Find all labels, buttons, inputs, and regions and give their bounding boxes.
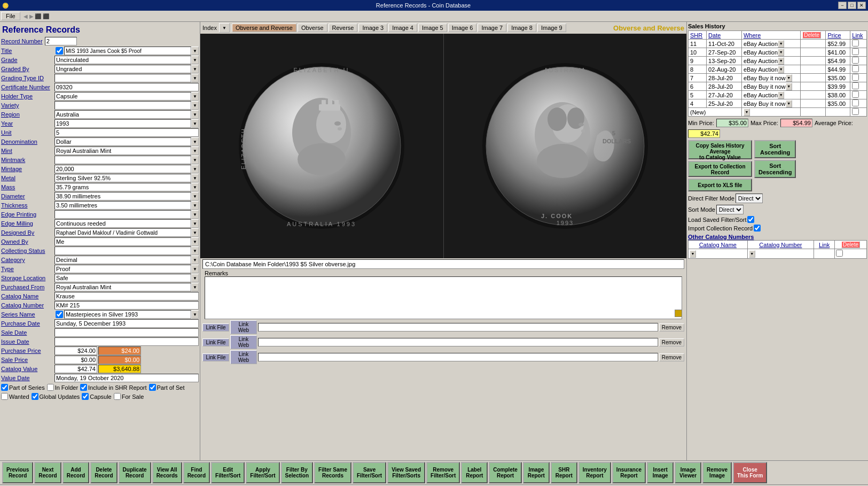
cert-num-label[interactable]: Certificate Number (1, 84, 54, 90)
where-dd-1[interactable]: ▼ (778, 40, 784, 48)
label-report-btn[interactable]: LabelReport (461, 462, 488, 483)
mint-label[interactable]: Mint (1, 148, 54, 154)
image-report-btn[interactable]: ImageReport (523, 462, 550, 483)
file-menu[interactable]: File (1, 12, 20, 20)
complete-report-btn[interactable]: CompleteReport (489, 462, 522, 483)
other-catalog-title[interactable]: Other Catalog Numbers (688, 234, 754, 240)
edge-printing-label[interactable]: Edge Printing (1, 211, 54, 218)
new-link-check[interactable] (852, 108, 859, 115)
link-check-6[interactable] (852, 82, 859, 89)
purchase-price-label[interactable]: Purchase Price (1, 348, 54, 354)
remarks-area[interactable] (205, 276, 682, 319)
thickness-label[interactable]: Thickness (1, 202, 54, 209)
designed-by-dropdown[interactable]: ▼ (191, 228, 199, 237)
record-number-input[interactable] (45, 37, 77, 45)
catalog-num-dd[interactable]: ▼ (749, 250, 755, 258)
load-saved-checkbox[interactable] (747, 216, 754, 223)
add-record-btn[interactable]: AddRecord (62, 462, 89, 483)
region-dropdown[interactable]: ▼ (191, 110, 199, 119)
find-record-btn[interactable]: FindRecord (183, 462, 210, 483)
filter-same-btn[interactable]: Filter SameRecords (314, 462, 351, 483)
mintmark-dropdown[interactable]: ▼ (191, 156, 199, 164)
purchased-from-label[interactable]: Purchased From (1, 284, 54, 290)
mass-label[interactable]: Mass (1, 184, 54, 190)
where-dd-5[interactable]: ▼ (786, 74, 792, 82)
col-link[interactable]: Link (850, 31, 867, 40)
col-date[interactable]: Date (707, 31, 742, 40)
minimize-button[interactable]: − (838, 2, 847, 9)
sale-price-label[interactable]: Sale Price (1, 357, 54, 363)
part-of-set-checkbox[interactable] (149, 384, 156, 391)
where-dd-8[interactable]: ▼ (786, 100, 792, 107)
link-check-2[interactable] (852, 48, 859, 55)
new-where-dd[interactable]: ▼ (744, 109, 750, 116)
mintage-label[interactable]: Mintage (1, 166, 54, 172)
remove-btn-1[interactable]: Remove (659, 323, 684, 331)
remove-filter-btn[interactable]: RemoveFilter/Sort (426, 462, 460, 483)
sale-date-label[interactable]: Sale Date (1, 329, 54, 336)
catalog-col-num[interactable]: Catalog Number (747, 241, 814, 249)
catalog-name-label[interactable]: Catalog Name (1, 293, 54, 299)
grading-type-dropdown[interactable]: ▼ (191, 74, 199, 82)
export-collection-btn[interactable]: Export to Collection Record (688, 161, 752, 177)
mint-dropdown[interactable]: ▼ (191, 146, 199, 155)
capsule-checkbox[interactable] (82, 393, 89, 400)
series-name-checkbox[interactable] (56, 311, 63, 318)
delete-record-btn[interactable]: DeleteRecord (90, 462, 117, 483)
col-shr[interactable]: SHR (689, 31, 707, 40)
storage-location-dropdown[interactable]: ▼ (191, 274, 199, 282)
catalog-number-label[interactable]: Catalog Number (1, 302, 54, 308)
filter-by-selection-btn[interactable]: Filter BySelection (281, 462, 313, 483)
col-price[interactable]: Price (826, 31, 850, 40)
year-dropdown[interactable]: ▼ (191, 119, 199, 128)
col-where[interactable]: Where (741, 31, 800, 40)
catalog-col-name[interactable]: Catalog Name (689, 241, 748, 249)
link-check-7[interactable] (852, 91, 859, 98)
grading-type-label[interactable]: Grading Type ID (1, 75, 54, 81)
diameter-dropdown[interactable]: ▼ (191, 192, 199, 200)
tab-reverse[interactable]: Reverse (329, 24, 358, 32)
in-folder-checkbox[interactable] (47, 384, 54, 391)
include-shr-checkbox[interactable] (80, 384, 87, 391)
denomination-label[interactable]: Denomination (1, 138, 54, 145)
link-check-3[interactable] (852, 57, 859, 64)
sale-price-input[interactable] (54, 356, 97, 364)
max-price-input[interactable] (780, 119, 812, 127)
min-price-input[interactable] (716, 119, 748, 127)
remove-image-btn[interactable]: RemoveImage (702, 462, 732, 483)
metal-dropdown[interactable]: ▼ (191, 174, 199, 182)
title-checkbox[interactable] (56, 47, 63, 55)
view-saved-btn[interactable]: View SavedFilter/Sorts (387, 462, 425, 483)
mintage-dropdown[interactable]: ▼ (191, 165, 199, 173)
catalog-del-check[interactable] (836, 250, 843, 257)
link-file-btn-3[interactable]: Link File (202, 353, 229, 361)
tab-obverse[interactable]: Obverse (298, 24, 327, 32)
global-updates-checkbox[interactable] (32, 393, 38, 400)
year-label[interactable]: Year (1, 120, 54, 127)
export-xls-btn[interactable]: Export to XLS file (688, 179, 752, 191)
maximize-button[interactable]: □ (848, 2, 856, 9)
thickness-dropdown[interactable]: ▼ (191, 201, 199, 210)
purchase-price-input[interactable] (54, 346, 97, 355)
catalog-delete-btn[interactable]: Delete (841, 241, 860, 248)
mass-dropdown[interactable]: ▼ (191, 183, 199, 191)
image-viewer-btn[interactable]: ImageViewer (675, 462, 701, 483)
sort-mode-select[interactable]: Direct (716, 205, 744, 214)
owned-by-dropdown[interactable]: ▼ (191, 237, 199, 246)
apply-filter-btn[interactable]: ApplyFilter/Sort (246, 462, 279, 483)
link-web-btn-3[interactable]: Link Web (230, 350, 257, 364)
series-name-label[interactable]: Series Name (1, 311, 54, 318)
where-dd-7[interactable]: ▼ (778, 91, 784, 99)
category-label[interactable]: Category (1, 257, 54, 263)
edit-filter-btn[interactable]: EditFilter/Sort (211, 462, 245, 483)
link-file-btn-1[interactable]: Link File (202, 323, 229, 331)
inventory-report-btn[interactable]: InventoryReport (578, 462, 611, 483)
direct-filter-select[interactable]: Direct (736, 194, 763, 203)
link-input-2[interactable] (258, 338, 658, 346)
edge-milling-dropdown[interactable]: ▼ (191, 219, 199, 228)
purchased-from-dropdown[interactable]: ▼ (191, 283, 199, 291)
link-check-4[interactable] (852, 65, 859, 72)
value-date-label[interactable]: Value Date (1, 375, 54, 381)
wanted-checkbox[interactable] (1, 393, 8, 400)
record-number-label[interactable]: Record Number (1, 38, 43, 44)
